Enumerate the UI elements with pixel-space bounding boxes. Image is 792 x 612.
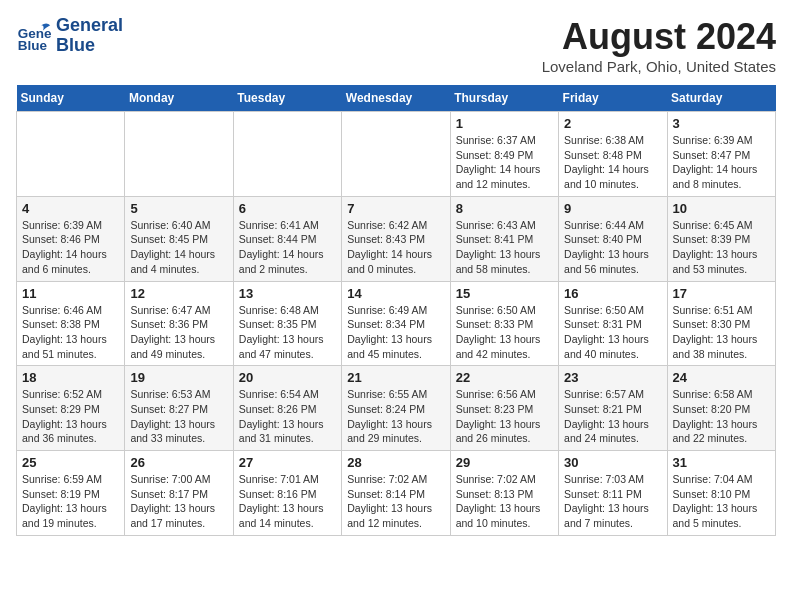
day-number: 17	[673, 286, 770, 301]
table-row: 16Sunrise: 6:50 AM Sunset: 8:31 PM Dayli…	[559, 281, 667, 366]
header-friday: Friday	[559, 85, 667, 112]
logo-text: General Blue	[56, 16, 123, 56]
header-sunday: Sunday	[17, 85, 125, 112]
day-detail: Sunrise: 6:52 AM Sunset: 8:29 PM Dayligh…	[22, 387, 119, 446]
day-number: 14	[347, 286, 444, 301]
table-row: 13Sunrise: 6:48 AM Sunset: 8:35 PM Dayli…	[233, 281, 341, 366]
day-number: 6	[239, 201, 336, 216]
day-detail: Sunrise: 6:43 AM Sunset: 8:41 PM Dayligh…	[456, 218, 553, 277]
day-number: 26	[130, 455, 227, 470]
table-row: 14Sunrise: 6:49 AM Sunset: 8:34 PM Dayli…	[342, 281, 450, 366]
day-detail: Sunrise: 6:41 AM Sunset: 8:44 PM Dayligh…	[239, 218, 336, 277]
day-detail: Sunrise: 6:55 AM Sunset: 8:24 PM Dayligh…	[347, 387, 444, 446]
day-detail: Sunrise: 7:00 AM Sunset: 8:17 PM Dayligh…	[130, 472, 227, 531]
table-row: 28Sunrise: 7:02 AM Sunset: 8:14 PM Dayli…	[342, 451, 450, 536]
day-number: 29	[456, 455, 553, 470]
day-number: 1	[456, 116, 553, 131]
table-row: 23Sunrise: 6:57 AM Sunset: 8:21 PM Dayli…	[559, 366, 667, 451]
table-row: 11Sunrise: 6:46 AM Sunset: 8:38 PM Dayli…	[17, 281, 125, 366]
table-row: 26Sunrise: 7:00 AM Sunset: 8:17 PM Dayli…	[125, 451, 233, 536]
day-detail: Sunrise: 6:45 AM Sunset: 8:39 PM Dayligh…	[673, 218, 770, 277]
day-number: 31	[673, 455, 770, 470]
table-row: 29Sunrise: 7:02 AM Sunset: 8:13 PM Dayli…	[450, 451, 558, 536]
day-number: 24	[673, 370, 770, 385]
day-detail: Sunrise: 6:48 AM Sunset: 8:35 PM Dayligh…	[239, 303, 336, 362]
header-thursday: Thursday	[450, 85, 558, 112]
calendar-subtitle: Loveland Park, Ohio, United States	[542, 58, 776, 75]
calendar-week-row: 25Sunrise: 6:59 AM Sunset: 8:19 PM Dayli…	[17, 451, 776, 536]
day-number: 9	[564, 201, 661, 216]
table-row: 17Sunrise: 6:51 AM Sunset: 8:30 PM Dayli…	[667, 281, 775, 366]
day-detail: Sunrise: 6:44 AM Sunset: 8:40 PM Dayligh…	[564, 218, 661, 277]
day-number: 2	[564, 116, 661, 131]
table-row: 6Sunrise: 6:41 AM Sunset: 8:44 PM Daylig…	[233, 196, 341, 281]
table-row: 30Sunrise: 7:03 AM Sunset: 8:11 PM Dayli…	[559, 451, 667, 536]
day-number: 20	[239, 370, 336, 385]
day-number: 16	[564, 286, 661, 301]
day-number: 15	[456, 286, 553, 301]
calendar-week-row: 18Sunrise: 6:52 AM Sunset: 8:29 PM Dayli…	[17, 366, 776, 451]
table-row	[17, 112, 125, 197]
calendar-table: Sunday Monday Tuesday Wednesday Thursday…	[16, 85, 776, 536]
table-row: 12Sunrise: 6:47 AM Sunset: 8:36 PM Dayli…	[125, 281, 233, 366]
day-detail: Sunrise: 6:47 AM Sunset: 8:36 PM Dayligh…	[130, 303, 227, 362]
day-number: 13	[239, 286, 336, 301]
calendar-week-row: 4Sunrise: 6:39 AM Sunset: 8:46 PM Daylig…	[17, 196, 776, 281]
day-detail: Sunrise: 6:57 AM Sunset: 8:21 PM Dayligh…	[564, 387, 661, 446]
day-number: 18	[22, 370, 119, 385]
day-number: 5	[130, 201, 227, 216]
header-saturday: Saturday	[667, 85, 775, 112]
day-number: 30	[564, 455, 661, 470]
table-row: 21Sunrise: 6:55 AM Sunset: 8:24 PM Dayli…	[342, 366, 450, 451]
table-row: 2Sunrise: 6:38 AM Sunset: 8:48 PM Daylig…	[559, 112, 667, 197]
table-row: 25Sunrise: 6:59 AM Sunset: 8:19 PM Dayli…	[17, 451, 125, 536]
calendar-week-row: 1Sunrise: 6:37 AM Sunset: 8:49 PM Daylig…	[17, 112, 776, 197]
day-number: 21	[347, 370, 444, 385]
day-detail: Sunrise: 6:53 AM Sunset: 8:27 PM Dayligh…	[130, 387, 227, 446]
day-detail: Sunrise: 6:50 AM Sunset: 8:33 PM Dayligh…	[456, 303, 553, 362]
day-detail: Sunrise: 6:39 AM Sunset: 8:46 PM Dayligh…	[22, 218, 119, 277]
day-number: 12	[130, 286, 227, 301]
logo: General Blue General Blue	[16, 16, 123, 56]
table-row: 27Sunrise: 7:01 AM Sunset: 8:16 PM Dayli…	[233, 451, 341, 536]
table-row: 5Sunrise: 6:40 AM Sunset: 8:45 PM Daylig…	[125, 196, 233, 281]
day-detail: Sunrise: 6:56 AM Sunset: 8:23 PM Dayligh…	[456, 387, 553, 446]
day-number: 4	[22, 201, 119, 216]
table-row: 3Sunrise: 6:39 AM Sunset: 8:47 PM Daylig…	[667, 112, 775, 197]
day-number: 3	[673, 116, 770, 131]
day-number: 23	[564, 370, 661, 385]
table-row: 31Sunrise: 7:04 AM Sunset: 8:10 PM Dayli…	[667, 451, 775, 536]
table-row: 22Sunrise: 6:56 AM Sunset: 8:23 PM Dayli…	[450, 366, 558, 451]
table-row: 18Sunrise: 6:52 AM Sunset: 8:29 PM Dayli…	[17, 366, 125, 451]
day-detail: Sunrise: 7:02 AM Sunset: 8:13 PM Dayligh…	[456, 472, 553, 531]
day-detail: Sunrise: 6:58 AM Sunset: 8:20 PM Dayligh…	[673, 387, 770, 446]
day-detail: Sunrise: 6:39 AM Sunset: 8:47 PM Dayligh…	[673, 133, 770, 192]
day-number: 11	[22, 286, 119, 301]
day-detail: Sunrise: 6:42 AM Sunset: 8:43 PM Dayligh…	[347, 218, 444, 277]
day-number: 27	[239, 455, 336, 470]
table-row: 15Sunrise: 6:50 AM Sunset: 8:33 PM Dayli…	[450, 281, 558, 366]
table-row: 10Sunrise: 6:45 AM Sunset: 8:39 PM Dayli…	[667, 196, 775, 281]
table-row: 4Sunrise: 6:39 AM Sunset: 8:46 PM Daylig…	[17, 196, 125, 281]
header-tuesday: Tuesday	[233, 85, 341, 112]
day-detail: Sunrise: 6:38 AM Sunset: 8:48 PM Dayligh…	[564, 133, 661, 192]
logo-icon: General Blue	[16, 18, 52, 54]
day-number: 19	[130, 370, 227, 385]
table-row: 20Sunrise: 6:54 AM Sunset: 8:26 PM Dayli…	[233, 366, 341, 451]
table-row: 1Sunrise: 6:37 AM Sunset: 8:49 PM Daylig…	[450, 112, 558, 197]
svg-text:Blue: Blue	[18, 38, 48, 53]
day-detail: Sunrise: 6:51 AM Sunset: 8:30 PM Dayligh…	[673, 303, 770, 362]
day-detail: Sunrise: 6:54 AM Sunset: 8:26 PM Dayligh…	[239, 387, 336, 446]
day-detail: Sunrise: 6:37 AM Sunset: 8:49 PM Dayligh…	[456, 133, 553, 192]
day-detail: Sunrise: 7:03 AM Sunset: 8:11 PM Dayligh…	[564, 472, 661, 531]
table-row: 7Sunrise: 6:42 AM Sunset: 8:43 PM Daylig…	[342, 196, 450, 281]
day-number: 10	[673, 201, 770, 216]
day-detail: Sunrise: 7:02 AM Sunset: 8:14 PM Dayligh…	[347, 472, 444, 531]
day-number: 28	[347, 455, 444, 470]
table-row: 24Sunrise: 6:58 AM Sunset: 8:20 PM Dayli…	[667, 366, 775, 451]
calendar-header-row: Sunday Monday Tuesday Wednesday Thursday…	[17, 85, 776, 112]
header-monday: Monday	[125, 85, 233, 112]
table-row: 9Sunrise: 6:44 AM Sunset: 8:40 PM Daylig…	[559, 196, 667, 281]
table-row	[342, 112, 450, 197]
calendar-week-row: 11Sunrise: 6:46 AM Sunset: 8:38 PM Dayli…	[17, 281, 776, 366]
